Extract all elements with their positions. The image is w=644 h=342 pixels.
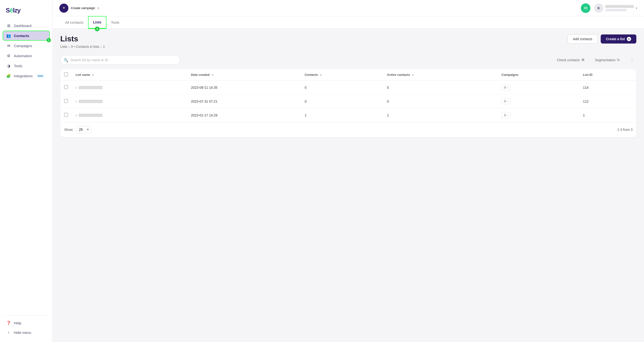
row-checkbox[interactable] [64,99,68,103]
lists-table: List name ⇅ Date created ⇅ Contacts ⇅ [60,69,636,137]
user-menu[interactable]: K ▾ [594,4,637,13]
col-list-id: List ID [579,69,636,80]
sidebar-item-label: Tools [14,64,22,68]
table-row: › 2023-08-11 14:35 0 0 0 › 114 [60,80,636,94]
row-expand-button[interactable]: › [76,86,77,90]
header-right: ✉ K ▾ [581,3,637,13]
row-campaigns: 0 › [498,80,579,94]
sidebar-item-label: Help [14,321,21,325]
contacts-nav-wrap: 👥 Contacts 1 [3,31,50,40]
row-date-created: 2023-01-17 14:29 [187,108,301,122]
select-all-checkbox[interactable] [64,72,68,76]
row-name-cell: › [72,80,187,94]
sidebar: Sēlzy ⊞ Dashboard 👥 Contacts 1 ✉ Campaig… [0,0,53,342]
notification-button[interactable]: ✉ [581,3,590,13]
list-name-blurred [79,100,103,103]
row-name-cell: › [72,94,187,108]
row-date-created: 2023-08-11 14:35 [187,80,301,94]
sidebar-item-contacts[interactable]: 👥 Contacts [3,31,50,40]
pagination-info: 1-3 from 3 [617,128,632,132]
dashboard-icon: ⊞ [6,23,11,28]
create-list-button[interactable]: Create a list + [601,34,636,44]
row-contacts: 1 [301,108,383,122]
create-list-plus-icon: + [627,37,631,41]
col-active-contacts[interactable]: Active contacts ⇅ [383,69,498,80]
help-icon: ❓ [6,320,11,325]
row-checkbox-cell [60,80,72,94]
campaigns-badge-button[interactable]: 0 › [502,112,510,118]
sidebar-divider [4,316,48,316]
search-input[interactable] [60,55,180,65]
sort-icon-list-name: ⇅ [92,74,94,76]
col-contacts[interactable]: Contacts ⇅ [301,69,383,80]
tab-tools[interactable]: Tools [106,16,124,29]
row-list-id: 112 [579,94,636,108]
sidebar-item-label: Integrations [14,74,32,78]
more-options-button[interactable]: ⋮ [628,56,636,64]
select-all-cell [60,69,72,80]
automation-icon: ⚙ [6,53,11,58]
search-icon: 🔍 [64,58,68,62]
campaigns-badge-button[interactable]: 0 › [502,84,510,90]
sidebar-item-tools[interactable]: ◑ Tools [3,61,50,70]
row-list-id: 1 [579,108,636,122]
list-name-blurred [79,114,103,117]
sidebar-item-label: Dashboard [14,24,31,28]
page-title-area: Lists Lists – 3 • Contacts in lists – 1 [60,34,105,48]
row-checkbox[interactable] [64,85,68,89]
row-contacts: 0 [301,94,383,108]
row-active-contacts: 1 [383,108,498,122]
user-name-blurred [605,5,634,8]
row-expand-button[interactable]: › [76,100,77,103]
sidebar-item-dashboard[interactable]: ⊞ Dashboard [3,21,50,30]
sidebar-item-integrations[interactable]: 🧩 Integrations beta [3,71,50,80]
page-body: Lists Lists – 3 • Contacts in lists – 1 … [53,29,644,342]
show-select[interactable]: 10 25 50 100 [76,126,92,133]
user-menu-chevron-icon: ▾ [636,6,637,10]
page-actions: Add contacts Create a list + [568,34,636,44]
campaigns-badge-button[interactable]: 0 › [502,98,510,104]
tools-icon: ◑ [6,64,11,68]
row-list-id: 114 [579,80,636,94]
plus-circle-icon: + [59,4,68,13]
integrations-icon: 🧩 [6,74,11,78]
row-campaigns: 0 › [498,94,579,108]
search-wrapper: 🔍 [60,55,180,65]
check-contacts-button[interactable]: Check contacts ⚒ [554,56,587,64]
toolbar-actions: Check contacts ⚒ Segmentation ↻ ⋮ [554,56,636,64]
table-header-row: List name ⇅ Date created ⇅ Contacts ⇅ [60,69,636,80]
contacts-badge: 1 [47,38,51,42]
sidebar-nav: ⊞ Dashboard 👥 Contacts 1 ✉ Campaigns ⚙ A… [0,21,52,313]
row-checkbox-cell [60,108,72,122]
sidebar-item-help[interactable]: ❓ Help [3,318,50,328]
app-logo: Sēlzy [6,7,47,14]
subtitle-contacts: Contacts in lists – 1 [76,45,105,48]
page-subtitle: Lists – 3 • Contacts in lists – 1 [60,45,105,48]
row-checkbox[interactable] [64,113,68,117]
page-header: Lists Lists – 3 • Contacts in lists – 1 … [60,34,636,48]
sidebar-item-automation[interactable]: ⚙ Automation [3,51,50,60]
row-expand-button[interactable]: › [76,113,77,117]
add-contacts-button[interactable]: Add contacts [568,34,598,44]
sidebar-item-campaigns[interactable]: ✉ Campaigns [3,41,50,50]
tab-all-contacts[interactable]: All contacts [60,16,88,29]
row-name-cell: › [72,108,187,122]
col-list-name[interactable]: List name ⇅ [72,69,187,80]
table-row: › 2023-07-31 07:21 0 0 0 › 112 [60,94,636,108]
segmentation-button[interactable]: Segmentation ↻ [592,56,623,64]
tab-lists[interactable]: Lists 2 [88,16,106,29]
table-row: › 2023-01-17 14:29 1 1 0 › 1 [60,108,636,122]
row-campaigns: 0 › [498,108,579,122]
campaigns-icon: ✉ [6,43,11,48]
user-name-area [605,5,634,11]
campaigns-badge-arrow-icon: › [507,100,508,103]
subtitle-separator: • [74,45,76,48]
col-date-created[interactable]: Date created ⇅ [187,69,301,80]
show-row: Show: 10 25 50 100 [64,126,92,133]
row-date-created: 2023-07-31 07:21 [187,94,301,108]
create-campaign-button[interactable]: + Create campaign ▾ [59,4,99,13]
sidebar-item-hide-menu[interactable]: ‹ Hide menu [3,328,50,337]
check-contacts-icon: ⚒ [581,58,584,62]
avatar: K [594,4,603,13]
campaigns-badge-arrow-icon: › [507,114,508,117]
